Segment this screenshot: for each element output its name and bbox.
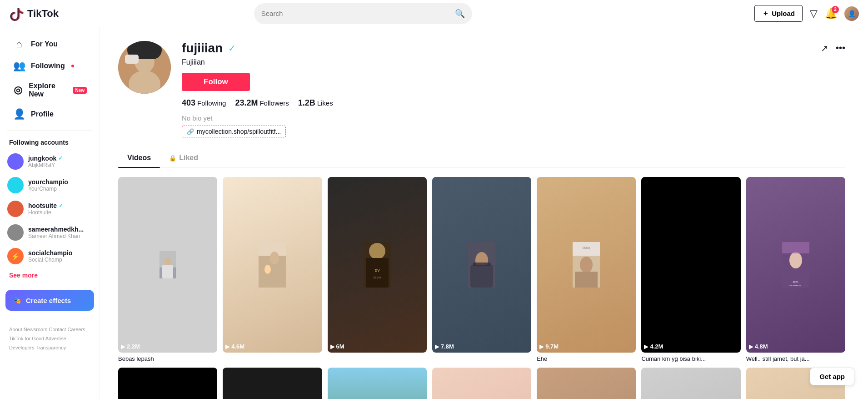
profile-display-name: Fujiiian [182,58,845,66]
video-label-7: Well.. still jamet, but ja... [746,355,845,362]
video-card-7[interactable]: 2020: You looked so... ▶ 4.8M Well.. sti… [746,177,845,362]
video-label-5: Ehe [537,355,636,362]
inbox-icon[interactable]: ▽ [810,8,818,20]
lock-icon: 🔒 [169,155,176,162]
following-account-socialchampio[interactable]: ⚡ socialchampio Social Champ [0,244,100,268]
more-options-icon[interactable]: ••• [836,43,845,54]
sameer-avatar [7,224,24,241]
notification-icon[interactable]: 🔔 2 [825,8,837,20]
yourchampio-info: yourchampio YourChamp [28,178,92,192]
tiktok-logo-icon [9,6,24,21]
footer-tiktok-good[interactable]: TikTok for Good [9,336,44,341]
upload-button[interactable]: ＋ Upload [754,5,803,22]
video-card-12[interactable] [537,368,636,399]
video-card-5[interactable]: Muka ▶ 9.7M Ehe [537,177,636,362]
video-thumb-1: ▶ 2.2M [118,177,217,353]
video-card-3[interactable]: DV DEVYA ▶ 6M [328,177,427,362]
video-thumb-7: 2020: You looked so... ▶ 4.8M [746,177,845,353]
svg-point-14 [369,243,385,259]
play-count-2: ▶ 4.6M [225,343,244,350]
profile-tabs: Videos 🔒 Liked [118,148,845,168]
share-icon[interactable]: ↗ [821,43,828,54]
footer-about[interactable]: About [9,327,22,332]
search-icon[interactable]: 🔍 [455,9,465,19]
footer-newsroom[interactable]: Newsroom [24,327,48,332]
profile-info: fujiiian ✓ ↗ ••• Fujiiian Follow 403 Fol… [182,41,845,137]
svg-text:You looked so...: You looked so... [789,284,802,287]
profile-name-row: fujiiian ✓ ↗ ••• [182,41,845,56]
sidebar-item-for-you[interactable]: ⌂ For You [4,34,96,55]
followers-stat: 23.2M Followers [235,98,289,108]
video-thumb-4: ▶ 7.8M [432,177,531,353]
video-card-13[interactable] [641,368,740,399]
user-avatar[interactable]: 👤 [844,6,859,21]
socialchampio-username: Social Champ [28,257,92,263]
play-count-6: ▶ 4.2M [644,343,663,350]
video-card-4[interactable]: ▶ 7.8M [432,177,531,362]
svg-text:2020:: 2020: [793,281,799,283]
hootsuite-verified-icon: ✓ [59,202,63,209]
video-grid: ▶ 2.2M Bebas lepash [118,177,845,399]
main-content: fujiiian ✓ ↗ ••• Fujiiian Follow 403 Fol… [100,27,863,399]
tab-videos[interactable]: Videos [118,148,160,167]
sidebar-item-following[interactable]: 👥 Following [4,56,96,76]
get-app-button[interactable]: Get app [810,368,854,385]
logo-text: TikTok [27,8,59,20]
video-card-2[interactable]: ▶ 4.6M [223,177,322,362]
video-card-11[interactable] [432,368,531,399]
avatar-image [118,41,171,94]
svg-point-29 [789,252,802,268]
sidebar-item-profile[interactable]: 👤 Profile [4,104,96,125]
verified-icon: ✓ [58,155,63,162]
svg-rect-27 [678,242,705,288]
svg-rect-15 [366,258,389,288]
footer-careers[interactable]: Careers [67,327,85,332]
tab-liked[interactable]: 🔒 Liked [160,148,207,167]
followers-label: Followers [259,99,289,107]
svg-text:DEVYA: DEVYA [373,276,381,279]
sameer-name: sameerahmedkh... [28,226,92,233]
yourchampio-username: YourChamp [28,186,92,192]
svg-rect-4 [125,55,139,64]
video-card-9[interactable] [223,368,322,399]
following-account-hootsuite[interactable]: hootsuite ✓ Hootsuite [0,197,100,221]
search-input[interactable] [261,10,455,17]
header: TikTok 🔍 ＋ Upload ▽ 🔔 2 👤 [0,0,868,27]
sidebar: ⌂ For You 👥 Following ◎ Explore New New … [0,27,100,399]
follow-button[interactable]: Follow [182,73,250,91]
video-thumb-11 [432,368,531,399]
svg-text:Muka: Muka [583,246,590,249]
following-account-jungkook[interactable]: jungkook ✓ AbjkMRstY [0,150,100,173]
play-count-1: ▶ 2.2M [121,343,140,350]
likes-stat: 1.2B Likes [298,98,333,108]
see-more-button[interactable]: See more [0,268,100,283]
following-account-yourchampio[interactable]: yourchampio YourChamp [0,173,100,197]
following-account-sameer[interactable]: sameerahmedkh... Sameer Ahmed Khan [0,221,100,244]
following-dot [71,65,74,67]
profile-link[interactable]: 🔗 mycollection.shop/spilloutfitf... [182,126,286,137]
svg-point-24 [580,257,593,273]
sidebar-item-explore[interactable]: ◎ Explore New New [4,77,96,103]
video-card-10[interactable] [328,368,427,399]
layout: ⌂ For You 👥 Following ◎ Explore New New … [0,0,868,399]
jungkook-username: AbjkMRstY [28,162,92,168]
logo[interactable]: TikTok [9,6,109,21]
profile-header: fujiiian ✓ ↗ ••• Fujiiian Follow 403 Fol… [118,41,845,137]
footer-transparency[interactable]: Transparency [36,345,66,350]
video-card-8[interactable] [118,368,217,399]
video-card-1[interactable]: ▶ 2.2M Bebas lepash [118,177,217,362]
footer-contact[interactable]: Contact [49,327,66,332]
profile-verified-icon: ✓ [228,43,236,54]
profile-avatar [118,41,171,94]
jungkook-name: jungkook ✓ [28,155,92,162]
footer-advertise[interactable]: Advertise [45,336,66,341]
video-card-6[interactable]: ▶ 4.2M Cuman km yg bisa biki... [641,177,740,362]
jungkook-avatar [7,153,24,170]
search-bar[interactable]: 🔍 [254,3,472,24]
footer-developers[interactable]: Developers [9,345,35,350]
create-effects-button[interactable]: 🎭 Create effects [5,290,94,311]
video-thumb-13 [641,368,740,399]
plus-icon: ＋ [762,9,769,18]
play-icon: ▶ [121,343,125,350]
play-count-5: ▶ 9.7M [539,343,559,350]
